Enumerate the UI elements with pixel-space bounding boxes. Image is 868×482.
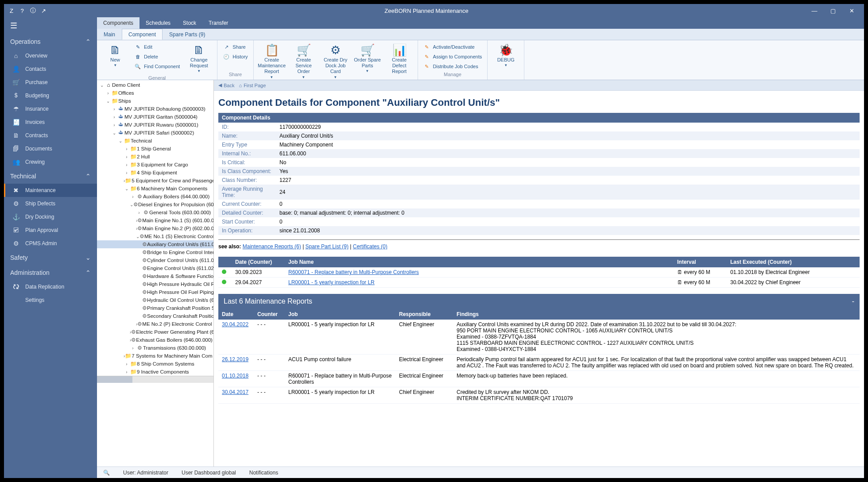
tree-node[interactable]: ›📁3 Equipment for Cargo bbox=[97, 161, 213, 169]
tree-twisty-icon[interactable]: › bbox=[124, 154, 130, 159]
sidebar-item-settings[interactable]: Settings bbox=[4, 293, 97, 307]
change-request-button[interactable]: 🗎Change Request▾ bbox=[183, 42, 214, 75]
tree-twisty-icon[interactable]: › bbox=[105, 91, 111, 96]
tree-twisty-icon[interactable]: › bbox=[111, 115, 117, 120]
order-spare-parts-button[interactable]: 🛒Order Spare Parts▾ bbox=[352, 42, 383, 75]
tree-node[interactable]: ⚙Hydraulic Oil Control Unit/s (61 bbox=[97, 296, 213, 304]
sidebar-item-data-replication[interactable]: 🗘Data Replication bbox=[4, 280, 97, 293]
tree-node[interactable]: ›📁8 Ship Common Systems bbox=[97, 360, 213, 368]
tree-node[interactable]: ⌄📁Ships bbox=[97, 97, 213, 105]
job-link[interactable]: LR00001 - 5 yearly inspection for LR bbox=[288, 279, 375, 285]
report-date-link[interactable]: 30.04.2017 bbox=[222, 389, 248, 395]
maximize-button[interactable]: ▢ bbox=[824, 4, 842, 17]
close-button[interactable]: ✕ bbox=[843, 4, 860, 17]
share-button[interactable]: ↗Share bbox=[220, 42, 250, 52]
activate-deactivate-button[interactable]: ✎Activate/Deactivate bbox=[421, 42, 485, 52]
create-maint-report-button[interactable]: 📋Create Maintenance Report▾ bbox=[256, 42, 287, 81]
tree-twisty-icon[interactable]: › bbox=[111, 123, 117, 127]
assign-to-components-button[interactable]: ✎Assign to Components bbox=[421, 52, 485, 62]
tool-icon[interactable]: ↗ bbox=[39, 7, 47, 15]
sidebar-item-crewing[interactable]: 👥Crewing bbox=[4, 155, 97, 169]
tree-twisty-icon[interactable]: › bbox=[124, 370, 130, 374]
report-date-link[interactable]: 01.10.2018 bbox=[222, 373, 248, 379]
minimize-button[interactable]: — bbox=[806, 4, 823, 17]
first-page-button[interactable]: ⌂ First Page bbox=[239, 83, 266, 88]
tree-node[interactable]: ⚙Auxiliary Control Unit/s (611.06 bbox=[97, 240, 213, 248]
sub-tab[interactable]: Main bbox=[97, 29, 122, 40]
tree-node[interactable]: ⚙High Pressure Hydraulic Oil Pip bbox=[97, 280, 213, 288]
delete-button[interactable]: 🗑Delete bbox=[132, 52, 182, 62]
tree-node[interactable]: ›📁7 Systems for Machinery Main Com bbox=[97, 352, 213, 360]
tree-twisty-icon[interactable]: › bbox=[124, 362, 130, 366]
tree-twisty-icon[interactable]: › bbox=[130, 194, 136, 199]
create-defect-report-button[interactable]: 📊Create Defect Report bbox=[384, 42, 415, 77]
sidebar-item-budgeting[interactable]: ＄Budgeting bbox=[4, 89, 97, 102]
tree-node[interactable]: ⌄📁Technical bbox=[97, 137, 213, 145]
sidebar-item-plan-approval[interactable]: 🗹Plan Approval bbox=[4, 224, 97, 237]
tree-twisty-icon[interactable]: › bbox=[124, 147, 130, 151]
tree-node[interactable]: ›⚙ME No.2 (P) Electronic Control (6 bbox=[97, 320, 213, 328]
tree-node[interactable]: ⌄📁6 Machinery Main Components bbox=[97, 185, 213, 193]
new-button[interactable]: 🗎New▾ bbox=[100, 42, 131, 69]
ribbon-tab[interactable]: Transfer bbox=[202, 17, 234, 29]
find-component-button[interactable]: 🔍Find Component bbox=[132, 62, 182, 71]
sub-tab[interactable]: Component bbox=[122, 29, 163, 40]
tree-node[interactable]: ⚙High Pressure Oil Fuel Piping & bbox=[97, 288, 213, 296]
tree-node[interactable]: ⚙Hardware & Software Functiona bbox=[97, 272, 213, 280]
history-button[interactable]: 🕘History bbox=[220, 52, 250, 62]
sidebar-item-dry-docking[interactable]: ⚓Dry Docking bbox=[4, 210, 97, 224]
status-dashboard[interactable]: User Dashboard global bbox=[182, 470, 236, 476]
tree-node[interactable]: ⌄⌂Demo Client bbox=[97, 81, 213, 89]
see-also-maint-reports[interactable]: Maintenance Reports (6) bbox=[243, 243, 301, 250]
tree-node[interactable]: ⚙Secondary Crankshaft Position bbox=[97, 312, 213, 320]
tree-twisty-icon[interactable]: ⌄ bbox=[136, 234, 140, 239]
info-icon[interactable]: ⓘ bbox=[29, 7, 37, 15]
sidebar-item-invoices[interactable]: 🧾Invoices bbox=[4, 116, 97, 129]
sidebar-item-contracts[interactable]: 🗎Contracts bbox=[4, 129, 97, 142]
debug-button[interactable]: 🐞DEBUG▾ bbox=[490, 42, 521, 69]
distribute-job-codes-button[interactable]: ✎Distribute Job Codes bbox=[421, 62, 485, 71]
sidebar-section-header[interactable]: Operations⌃ bbox=[4, 34, 97, 49]
tree-node[interactable]: ›⚙Main Engine No.1 (S) (601.00.000 bbox=[97, 216, 213, 224]
tree-node[interactable]: ›📁5 Equipment for Crew and Passenge bbox=[97, 177, 213, 185]
tree-twisty-icon[interactable]: › bbox=[130, 346, 136, 351]
ribbon-tab[interactable]: Stock bbox=[177, 17, 202, 29]
tree-twisty-icon[interactable]: ⌄ bbox=[124, 186, 130, 191]
tree-node[interactable]: ›⚙Main Engine No.2 (P) (602.00.000 bbox=[97, 224, 213, 232]
see-also-certificates[interactable]: Certificates (0) bbox=[353, 243, 388, 250]
tree-node[interactable]: ›📁4 Ship Equipment bbox=[97, 169, 213, 177]
sidebar-section-header[interactable]: Safety⌄ bbox=[4, 250, 97, 265]
tree-node[interactable]: ›⚙General Tools (603.00.000) bbox=[97, 208, 213, 216]
tree-node[interactable]: ›📁1 Ship General bbox=[97, 145, 213, 153]
component-tree[interactable]: ⌄⌂Demo Client›📁Offices⌄📁Ships›⛴MV JUPITE… bbox=[97, 80, 214, 467]
tree-node[interactable]: ⚙Engine Control Unit/s (611.02.00 bbox=[97, 264, 213, 272]
hamburger-icon[interactable]: ☰ bbox=[4, 17, 97, 34]
ribbon-tab[interactable]: Schedules bbox=[140, 17, 177, 29]
edit-button[interactable]: ✎Edit bbox=[132, 42, 182, 52]
tree-twisty-icon[interactable]: › bbox=[111, 107, 117, 112]
tree-node[interactable]: ›⛴MV JUPITER Ruwaru (5000001) bbox=[97, 121, 213, 129]
tree-twisty-icon[interactable]: ⌄ bbox=[130, 202, 133, 207]
help-icon[interactable]: ? bbox=[18, 7, 26, 15]
tree-node[interactable]: ›📁Offices bbox=[97, 89, 213, 97]
tree-twisty-icon[interactable]: ⌄ bbox=[99, 83, 105, 88]
sidebar-item-documents[interactable]: 🗐Documents bbox=[4, 142, 97, 155]
sidebar-section-header[interactable]: Technical⌃ bbox=[4, 169, 97, 184]
create-service-order-button[interactable]: 🛒Create Service Order▾ bbox=[288, 42, 319, 81]
create-drydock-jobcard-button[interactable]: ⚙Create Dry Dock Job Card▾ bbox=[320, 42, 351, 81]
tree-node[interactable]: ⚙Bridge to Engine Control Interfa bbox=[97, 248, 213, 256]
tree-h-scrollbar[interactable] bbox=[97, 376, 213, 383]
tree-node[interactable]: ›📁9 Inactive Components bbox=[97, 368, 213, 376]
report-date-link[interactable]: 30.04.2022 bbox=[222, 321, 248, 328]
collapse-icon[interactable]: - bbox=[852, 297, 854, 305]
sidebar-item-cpms-admin[interactable]: ⚙CPMS Admin bbox=[4, 237, 97, 250]
tree-twisty-icon[interactable]: › bbox=[124, 170, 130, 175]
tree-twisty-icon[interactable]: ⌄ bbox=[105, 99, 111, 104]
sub-tab[interactable]: Spare Parts (9) bbox=[163, 29, 212, 40]
tree-node[interactable]: ›⚙Auxiliary Boilers (644.00.000) bbox=[97, 193, 213, 201]
tree-node[interactable]: ›⚙Exhaust Gas Boilers (646.00.000) bbox=[97, 336, 213, 344]
tree-twisty-icon[interactable]: ⌄ bbox=[117, 139, 124, 143]
see-also-spare-parts[interactable]: Spare Part List (9) bbox=[306, 243, 349, 250]
sidebar-item-ship-defects[interactable]: ⚙Ship Defects bbox=[4, 197, 97, 210]
sidebar-item-contacts[interactable]: 👤Contacts bbox=[4, 62, 97, 76]
